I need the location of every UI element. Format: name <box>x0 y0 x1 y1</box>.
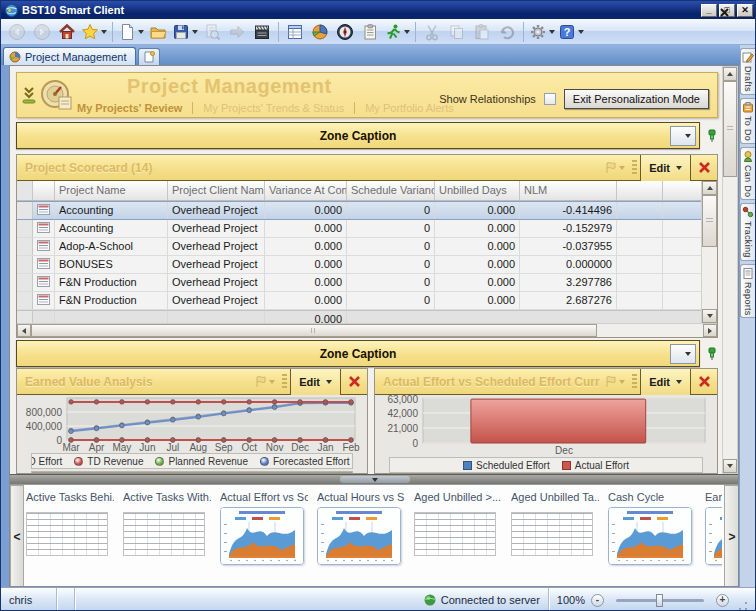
table-row[interactable]: F&N ProductionOverhead Project0.00000.00… <box>17 292 701 310</box>
actual-effort-edit-button[interactable]: Edit <box>640 369 691 395</box>
media-button[interactable] <box>250 20 274 44</box>
column-header[interactable]: Variance At Compl... <box>265 181 347 200</box>
side-tab-tracking[interactable]: Tracking <box>740 203 755 261</box>
compass-button[interactable] <box>333 20 357 44</box>
side-tab-can-do[interactable]: Can Do <box>740 147 755 200</box>
zone-caption-2[interactable]: Zone Caption <box>16 340 700 367</box>
minimize-button[interactable]: _ <box>701 4 717 17</box>
svg-text:Mar: Mar <box>62 442 80 453</box>
table-row[interactable]: F&N ProductionOverhead Project0.00000.00… <box>17 274 701 292</box>
flag-dropdown-icon[interactable] <box>250 375 279 388</box>
gallery-item[interactable]: Earned Value Ana... <box>705 491 722 587</box>
home-button[interactable] <box>55 20 79 44</box>
scorecard-vertical-scrollbar[interactable] <box>701 181 717 337</box>
column-header[interactable]: Project Client Name <box>168 181 265 200</box>
subtab-my-projects-review[interactable]: My Projects' Review <box>77 102 192 114</box>
side-tab-reports[interactable]: Reports <box>740 264 755 319</box>
flag-dropdown-icon[interactable] <box>600 375 629 388</box>
legend-item: Scheduled Effort <box>463 460 550 471</box>
splitter-collapse-handle[interactable] <box>340 476 410 483</box>
tab-project-management[interactable]: Project Management <box>3 47 136 65</box>
resize-grip[interactable] <box>737 600 749 611</box>
earned-value-header[interactable]: Earned Value Analysis Edit <box>17 369 367 395</box>
title-bar[interactable]: BST10 Smart Client _ □ ✕ <box>1 1 756 19</box>
earned-value-chart: 0400,000800,000MarAprMayJunJulAugSepOctN… <box>17 395 367 453</box>
table-row[interactable]: Adop-A-SchoolOverhead Project0.00000.000… <box>17 238 701 256</box>
legend-item: Planned Revenue <box>155 456 248 467</box>
close-button[interactable]: ✕ <box>737 4 753 17</box>
project-scorecard-panel: Project Scorecard (14) Edit Project Name… <box>16 154 718 338</box>
gallery-scroll-right-button[interactable]: > <box>724 485 739 587</box>
gallery-scroll-left-button[interactable]: < <box>10 485 24 587</box>
drag-grip-icon[interactable] <box>632 374 637 390</box>
table-thumbnail[interactable] <box>123 512 205 556</box>
column-header[interactable]: NLM <box>520 181 617 200</box>
actual-effort-header[interactable]: Actual Effort vs Scheduled Effort Curren… <box>375 369 717 395</box>
zone-caption-1[interactable]: Zone Caption <box>16 122 700 149</box>
table-row[interactable]: BONUSESOverhead Project0.00000.0000.0000… <box>17 256 701 274</box>
page-subtabs: My Projects' ReviewMy Projects' Trends &… <box>77 102 464 114</box>
drag-grip-icon[interactable] <box>282 374 287 390</box>
gallery-splitter[interactable] <box>10 474 739 484</box>
zoom-out-button[interactable]: - <box>591 594 604 607</box>
gallery-item[interactable]: Active Tasks Behi... <box>26 491 114 587</box>
show-relationships-checkbox[interactable] <box>544 93 556 105</box>
side-tab-drafts[interactable]: Drafts <box>740 48 755 95</box>
open-folder-button[interactable] <box>146 20 170 44</box>
grid-button[interactable] <box>283 20 307 44</box>
column-header[interactable]: Schedule Variance <box>347 181 435 200</box>
gallery-item[interactable]: Active Tasks With... <box>123 491 211 587</box>
notes-button[interactable] <box>358 20 382 44</box>
gallery-item[interactable]: Actual Effort vs Sc... <box>220 491 308 587</box>
column-header[interactable]: Unbilled Days <box>435 181 520 200</box>
exit-personalization-button[interactable]: Exit Personalization Mode <box>564 89 709 109</box>
chart-button[interactable] <box>308 20 332 44</box>
gallery-item[interactable]: Aged Unbilled >... <box>414 491 502 587</box>
zone-dropdown-button[interactable] <box>670 344 696 364</box>
help-button[interactable]: ? <box>557 20 585 44</box>
earned-value-close-button[interactable] <box>341 369 367 395</box>
table-row[interactable]: AccountingOverhead Project0.00000.000-0.… <box>17 220 701 238</box>
table-thumbnail[interactable] <box>414 512 496 556</box>
scorecard-header[interactable]: Project Scorecard (14) Edit <box>17 155 717 181</box>
chart-thumbnail[interactable] <box>220 507 304 565</box>
drag-grip-icon[interactable] <box>632 160 637 176</box>
chart-thumbnail[interactable] <box>608 507 692 565</box>
save-button[interactable] <box>171 20 199 44</box>
pin-icon[interactable] <box>704 346 719 361</box>
zoom-level: 100% <box>557 594 585 606</box>
zoom-slider-thumb[interactable] <box>656 594 663 607</box>
scorecard-edit-button[interactable]: Edit <box>640 155 691 181</box>
table-thumbnail[interactable] <box>511 512 593 556</box>
chart-thumbnail[interactable] <box>705 507 722 565</box>
gallery-item[interactable]: Cash Cycle <box>608 491 696 587</box>
collapse-header-icon[interactable] <box>22 87 36 109</box>
svg-text:Dec: Dec <box>291 442 309 453</box>
table-thumbnail[interactable] <box>26 512 108 556</box>
subtab-my-projects-trends-status[interactable]: My Projects' Trends & Status <box>192 102 354 114</box>
zoom-in-button[interactable]: + <box>716 594 729 607</box>
pin-icon[interactable] <box>704 128 719 143</box>
gallery-item[interactable]: Aged Unbilled Ta... <box>511 491 599 587</box>
svg-text:800,000: 800,000 <box>26 407 63 418</box>
run-button[interactable] <box>383 20 411 44</box>
dashboard-vertical-scrollbar[interactable] <box>722 66 738 474</box>
table-row[interactable]: AccountingOverhead Project0.00000.000-0.… <box>17 201 701 220</box>
settings-button[interactable] <box>528 20 556 44</box>
gallery-item-label: Aged Unbilled >... <box>414 491 502 503</box>
new-tab-button[interactable] <box>138 48 160 65</box>
close-view-icon[interactable] <box>719 4 731 16</box>
earned-value-edit-button[interactable]: Edit <box>290 369 341 395</box>
actual-effort-close-button[interactable] <box>691 369 717 395</box>
new-document-button[interactable] <box>117 20 145 44</box>
column-header[interactable]: Project Name <box>55 181 168 200</box>
chart-thumbnail[interactable] <box>317 507 401 565</box>
side-tab-to-do[interactable]: To Do <box>740 98 755 144</box>
zone-dropdown-button[interactable] <box>670 126 696 146</box>
flag-dropdown-icon[interactable] <box>600 161 629 174</box>
zoom-slider[interactable] <box>616 599 704 602</box>
scorecard-horizontal-scrollbar[interactable] <box>17 323 717 337</box>
scorecard-close-button[interactable] <box>691 155 717 181</box>
favorites-button[interactable] <box>80 20 108 44</box>
gallery-item[interactable]: Actual Hours vs S... <box>317 491 405 587</box>
